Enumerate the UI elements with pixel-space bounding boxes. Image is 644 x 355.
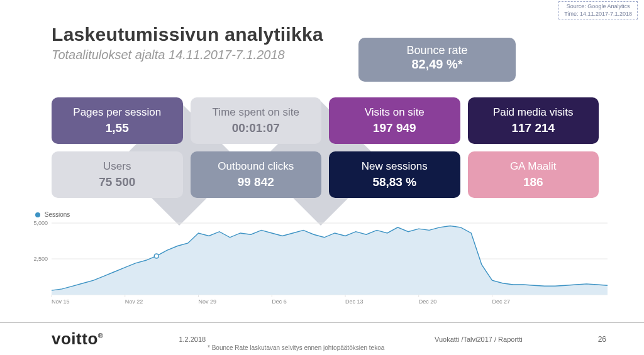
metric-value: 00:01:07 — [194, 121, 318, 135]
metric-value: 1,55 — [55, 121, 179, 135]
metric-label: Paid media visits — [472, 106, 596, 119]
metric-value: 117 214 — [472, 121, 596, 135]
page-title: Laskeutumissivun analytiikka — [52, 24, 323, 45]
source-info: Source: Google Analytics Time: 14.11.201… — [558, 1, 638, 19]
metric-time-on-site: Time spent on site 00:01:07 — [191, 97, 322, 144]
metric-new-sessions: New sessions 58,83 % — [329, 151, 460, 198]
metric-visits: Visits on site 197 949 — [329, 97, 460, 144]
page-subtitle: Totaalitulokset ajalta 14.11.2017-7.1.20… — [52, 48, 323, 62]
svg-text:Nov 22: Nov 22 — [125, 298, 143, 305]
metric-outbound-clicks: Outbound clicks 99 842 — [191, 151, 322, 198]
svg-text:Dec 20: Dec 20 — [419, 298, 437, 305]
footer-path: Vuokatti /Talvi2017 / Raportti — [435, 336, 523, 343]
metric-users: Users 75 500 — [52, 151, 183, 198]
metric-label: Users — [55, 160, 179, 173]
footer-page-number: 26 — [598, 335, 606, 344]
svg-text:Dec 6: Dec 6 — [272, 298, 287, 305]
svg-point-5 — [154, 254, 158, 258]
svg-text:5,000: 5,000 — [33, 220, 48, 226]
footnote: * Bounce Rate laskutavan selvitys ennen … — [208, 344, 384, 351]
metric-label: GA Maalit — [472, 160, 596, 173]
chart-legend-label: Sessions — [45, 211, 70, 218]
page-header: Laskeutumissivun analytiikka Totaalitulo… — [52, 24, 323, 62]
metrics-grid: Pages per session 1,55 Time spent on sit… — [52, 97, 599, 198]
metric-label: Visits on site — [333, 106, 457, 119]
sessions-chart: Sessions 2,5005,000Nov 15Nov 22Nov 29Dec… — [30, 211, 614, 307]
chart-legend: Sessions — [35, 211, 614, 218]
logo-registered-icon: ® — [98, 332, 104, 339]
source-line1: Source: Google Analytics — [564, 3, 632, 11]
metric-value: 75 500 — [55, 175, 179, 189]
source-line2: Time: 14.11.2017-7.1.2018 — [564, 11, 632, 18]
logo: voitto® — [52, 329, 103, 349]
metric-label: Bounce rate — [358, 44, 516, 57]
metric-value: 186 — [472, 175, 596, 189]
footer-date: 1.2.2018 — [179, 336, 206, 343]
metric-label: New sessions — [333, 160, 457, 173]
metric-ga-maalit: GA Maalit 186 — [468, 151, 599, 198]
metric-value: 197 949 — [333, 121, 457, 135]
sessions-chart-svg: 2,5005,000Nov 15Nov 22Nov 29Dec 6Dec 13D… — [30, 219, 614, 307]
metric-value: 82,49 %* — [358, 57, 516, 72]
svg-text:Dec 13: Dec 13 — [345, 298, 364, 305]
logo-text: voitto — [52, 329, 98, 348]
metric-paid-media-visits: Paid media visits 117 214 — [468, 97, 599, 144]
metric-value: 58,83 % — [333, 175, 457, 189]
legend-dot-icon — [35, 212, 40, 217]
metric-pages-per-session: Pages per session 1,55 — [52, 97, 183, 144]
svg-text:2,500: 2,500 — [33, 256, 48, 262]
metric-bounce-rate: Bounce rate 82,49 %* — [358, 38, 516, 82]
svg-text:Nov 15: Nov 15 — [52, 298, 70, 305]
metric-label: Time spent on site — [194, 106, 318, 119]
metric-label: Outbound clicks — [194, 160, 318, 173]
metric-label: Pages per session — [55, 106, 179, 119]
svg-text:Dec 27: Dec 27 — [492, 298, 511, 305]
metric-value: 99 842 — [194, 175, 318, 189]
svg-text:Nov 29: Nov 29 — [199, 298, 217, 305]
